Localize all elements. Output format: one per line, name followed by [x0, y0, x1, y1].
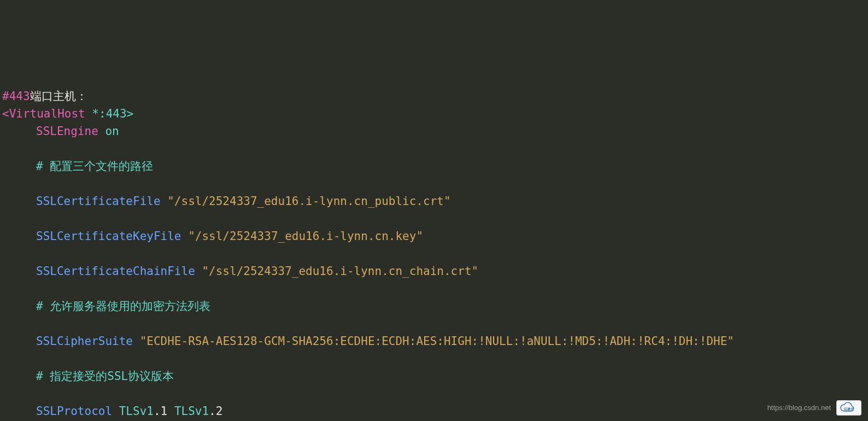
str: "/ssl/2524337_edu16.i-lynn.cn_public.crt… [161, 195, 451, 208]
line-sslcertchainfile: SSLCertificateChainFile "/ssl/2524337_ed… [2, 262, 866, 280]
line-sslcertfile: SSLCertificateFile "/ssl/2524337_edu16.i… [2, 192, 866, 210]
tls2: TLSv1 [167, 405, 209, 418]
port-hash: #443 [2, 90, 30, 103]
cmt: # 指定接受的SSL协议版本 [36, 370, 174, 383]
line-sslcertkeyfile: SSLCertificateKeyFile "/ssl/2524337_edu1… [2, 227, 866, 245]
dot2: .2 [209, 405, 222, 418]
apache-config-code: #443端口主机： <VirtualHost *:443> SSLEngine … [0, 70, 868, 421]
cmt: # 配置三个文件的路径 [36, 160, 153, 173]
tls1: TLSv1 [112, 405, 154, 418]
dot1: .1 [154, 405, 167, 418]
kw: SSLCipherSuite [36, 335, 133, 348]
kw: SSLCertificateChainFile [36, 265, 195, 278]
tag-virtualhost-open: <VirtualHost [2, 107, 85, 120]
watermark: https://blog.csdn.net 亿速云 [767, 399, 861, 417]
line-comment-paths: # 配置三个文件的路径 [2, 157, 866, 175]
line-virtualhost-open: <VirtualHost *:443> [2, 107, 133, 120]
tag-virtualhost-arg: *:443> [85, 107, 134, 120]
cloud-icon: 亿速云 [838, 402, 860, 414]
logo-text: 亿速云 [843, 407, 854, 411]
line-comment-ciphers: # 允许服务器使用的加密方法列表 [2, 297, 866, 315]
kw: SSLCertificateFile [36, 195, 161, 208]
cmt: # 允许服务器使用的加密方法列表 [36, 300, 210, 313]
line-comment-protocol: # 指定接受的SSL协议版本 [2, 367, 866, 385]
str: "/ssl/2524337_edu16.i-lynn.cn_chain.crt" [195, 265, 478, 278]
kw: SSLProtocol [36, 405, 112, 418]
watermark-logo: 亿速云 [836, 400, 861, 416]
line-sslengine: SSLEngine on [2, 122, 866, 140]
str: "ECDHE-RSA-AES128-GCM-SHA256:ECDHE:ECDH:… [133, 335, 734, 348]
kw: SSLCertificateKeyFile [36, 230, 181, 243]
port-label: 端口主机： [30, 90, 87, 103]
kw-sslengine: SSLEngine [36, 125, 98, 138]
watermark-url: https://blog.csdn.net [767, 399, 831, 417]
line-sslprotocol: SSLProtocol TLSv1.1 TLSv1.2 [2, 402, 866, 420]
line-sslciphersuite: SSLCipherSuite "ECDHE-RSA-AES128-GCM-SHA… [2, 332, 866, 350]
str: "/ssl/2524337_edu16.i-lynn.cn.key" [181, 230, 424, 243]
val-on: on [98, 125, 119, 138]
line-1: #443端口主机： [2, 90, 87, 103]
